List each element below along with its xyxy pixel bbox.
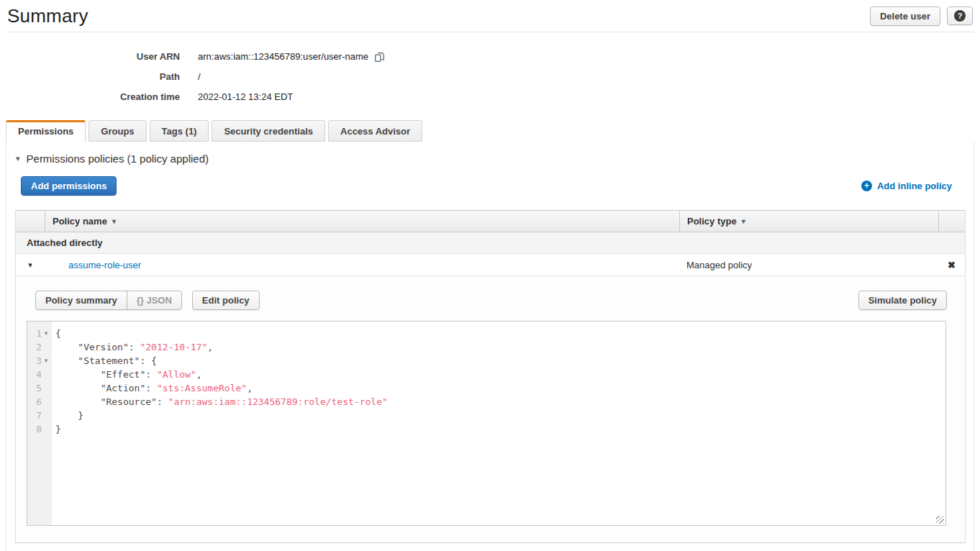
fold-caret-icon <box>42 368 50 381</box>
path-value: / <box>198 67 201 87</box>
page-title: Summary <box>7 5 89 27</box>
policy-actions-row: Add permissions + Add inline policy <box>6 165 974 196</box>
resize-handle[interactable] <box>936 516 944 524</box>
tab-groups[interactable]: Groups <box>89 120 146 142</box>
detail-label: User ARN <box>0 47 180 67</box>
fold-caret-icon <box>42 381 50 395</box>
tab-tags[interactable]: Tags (1) <box>150 120 209 142</box>
expander-column-header <box>16 211 45 232</box>
json-policy-editor[interactable]: 1▾23▾45678 { "Version": "2012-10-17", "S… <box>27 321 946 526</box>
detail-row-user-arn: User ARN arn:aws:iam::123456789:user/use… <box>0 47 980 67</box>
attached-directly-group-row: Attached directly <box>16 232 965 254</box>
detail-value: arn:aws:iam::123456789:user/user-name <box>198 47 385 67</box>
fold-caret-icon[interactable]: ▾ <box>42 354 50 368</box>
policy-name-column-header[interactable]: Policy name ▾ <box>45 211 679 232</box>
user-arn-value: arn:aws:iam::123456789:user/user-name <box>198 47 368 67</box>
help-button[interactable]: ? <box>947 6 973 25</box>
add-permissions-button[interactable]: Add permissions <box>21 176 117 196</box>
policy-name-cell: assume-role-user <box>45 254 679 276</box>
code-line: "Version": "2012-10-17", <box>55 340 945 354</box>
add-inline-policy-label: Add inline policy <box>877 181 952 191</box>
policy-type-column-header[interactable]: Policy type ▾ <box>679 211 938 232</box>
code-line: { <box>55 327 945 340</box>
page-header: Summary Delete user ? <box>0 0 980 32</box>
policy-summary-button[interactable]: Policy summary <box>35 291 127 310</box>
permissions-policies-section-header[interactable]: ▾ Permissions policies (1 policy applied… <box>6 142 974 165</box>
policy-table-header: Policy name ▾ Policy type ▾ <box>16 210 965 232</box>
policy-detail-panel: Policy summary {} JSON Edit policy Simul… <box>16 276 965 543</box>
edit-policy-button[interactable]: Edit policy <box>192 291 260 310</box>
detail-label: Creation time <box>0 87 180 107</box>
detail-row-path: Path / <box>0 67 980 87</box>
add-inline-policy-link[interactable]: + Add inline policy <box>861 181 952 191</box>
row-expander-caret-icon[interactable]: ▾ <box>16 254 45 276</box>
policy-name-link[interactable]: assume-role-user <box>45 260 141 270</box>
code-line: } <box>55 409 945 422</box>
user-details: User ARN arn:aws:iam::123456789:user/use… <box>0 32 980 120</box>
tab-permissions[interactable]: Permissions <box>6 120 86 142</box>
simulate-policy-button[interactable]: Simulate policy <box>858 291 947 310</box>
policy-name-header-label: Policy name <box>53 216 107 227</box>
policy-type-cell: Managed policy <box>679 254 938 276</box>
table-row: ▾ assume-role-user Managed policy ✖ <box>16 254 965 276</box>
code-line: "Action": "sts:AssumeRole", <box>55 381 945 395</box>
tab-bar: Permissions Groups Tags (1) Security cre… <box>0 120 980 142</box>
editor-code[interactable]: { "Version": "2012-10-17", "Statement": … <box>52 322 945 525</box>
plus-circle-icon: + <box>861 181 872 191</box>
policy-table: Policy name ▾ Policy type ▾ Attached dir… <box>15 210 966 543</box>
copy-icon[interactable] <box>374 52 385 63</box>
policy-type-header-label: Policy type <box>687 216 737 227</box>
json-view-button[interactable]: {} JSON <box>127 291 182 310</box>
fold-caret-icon <box>42 395 50 409</box>
fold-caret-icon <box>42 340 50 354</box>
code-line: } <box>55 422 945 436</box>
help-icon: ? <box>954 10 966 22</box>
tab-access-advisor[interactable]: Access Advisor <box>328 120 422 142</box>
code-line: "Effect": "Allow", <box>55 368 945 381</box>
code-line: "Resource": "arn:aws:iam::123456789:role… <box>55 395 945 409</box>
detail-row-creation-time: Creation time 2022-01-12 13:24 EDT <box>0 87 980 107</box>
detail-label: Path <box>0 67 180 87</box>
actions-column-header <box>938 211 965 232</box>
policy-view-toolbar: Policy summary {} JSON Edit policy Simul… <box>16 276 965 310</box>
code-line: "Statement": { <box>55 354 945 368</box>
tab-security-credentials[interactable]: Security credentials <box>212 120 325 142</box>
creation-time-value: 2022-01-12 13:24 EDT <box>198 87 293 107</box>
fold-caret-icon[interactable]: ▾ <box>42 327 50 340</box>
sort-icon[interactable]: ▾ <box>742 217 745 225</box>
delete-user-button[interactable]: Delete user <box>870 6 940 26</box>
fold-caret-icon <box>42 422 50 436</box>
sort-icon[interactable]: ▾ <box>112 217 116 225</box>
editor-gutter: 1▾23▾45678 <box>27 322 52 525</box>
collapse-caret-icon[interactable]: ▾ <box>16 154 20 163</box>
header-actions: Delete user ? <box>870 6 973 26</box>
view-toggle-group: Policy summary {} JSON <box>35 291 182 310</box>
section-title: Permissions policies (1 policy applied) <box>27 152 209 165</box>
permissions-tab-content: ▾ Permissions policies (1 policy applied… <box>6 142 974 551</box>
remove-policy-icon[interactable]: ✖ <box>938 254 965 276</box>
fold-caret-icon <box>42 409 50 422</box>
